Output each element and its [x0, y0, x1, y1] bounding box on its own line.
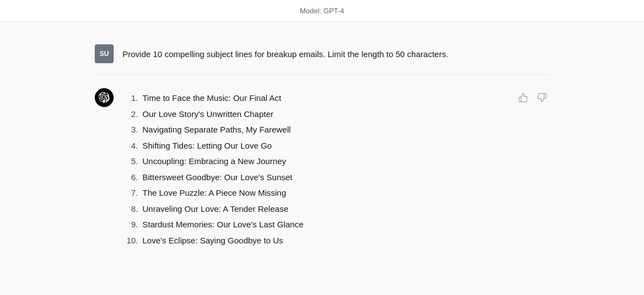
list-text: Uncoupling: Embracing a New Journey [142, 154, 286, 170]
list-number: 3. [122, 122, 138, 138]
list-item: 9.Stardust Memories: Our Love's Last Gla… [122, 217, 549, 233]
list-item: 4.Shifting Tides: Letting Our Love Go [122, 138, 549, 154]
list-item: 8.Unraveling Our Love: A Tender Release [122, 201, 549, 217]
list-item: 5.Uncoupling: Embracing a New Journey [122, 154, 549, 170]
user-message: SU Provide 10 compelling subject lines f… [95, 33, 549, 75]
list-number: 8. [122, 201, 138, 217]
list-text: Stardust Memories: Our Love's Last Glanc… [142, 217, 304, 233]
list-text: Shifting Tides: Letting Our Love Go [142, 138, 272, 154]
list-text: Time to Face the Music: Our Final Act [142, 90, 281, 106]
user-text: Provide 10 compelling subject lines for … [122, 44, 448, 61]
list-item: 3.Navigating Separate Paths, My Farewell [122, 122, 549, 138]
list-text: Unraveling Our Love: A Tender Release [142, 201, 288, 217]
list-number: 4. [122, 138, 138, 154]
list-number: 1. [122, 90, 138, 106]
user-avatar: SU [95, 44, 114, 63]
ai-message: 1.Time to Face the Music: Our Final Act2… [95, 75, 549, 262]
ai-avatar [95, 88, 114, 107]
list-item: 2.Our Love Story's Unwritten Chapter [122, 106, 549, 123]
list-number: 7. [122, 185, 138, 201]
chatgpt-logo-icon [99, 92, 110, 103]
ai-content: 1.Time to Face the Music: Our Final Act2… [122, 88, 549, 248]
list-number: 10. [122, 233, 138, 249]
list-text: Navigating Separate Paths, My Farewell [142, 122, 291, 138]
list-number: 5. [122, 154, 138, 170]
thumbdown-button[interactable] [535, 90, 549, 105]
list-item: 10.Love's Eclipse: Saying Goodbye to Us [122, 233, 549, 249]
list-number: 6. [122, 170, 138, 186]
subject-lines-list: 1.Time to Face the Music: Our Final Act2… [122, 90, 549, 248]
list-text: Our Love Story's Unwritten Chapter [142, 106, 273, 123]
list-item: 7.The Love Puzzle: A Piece Now Missing [122, 185, 549, 201]
thumbup-button[interactable] [516, 90, 530, 105]
feedback-buttons [516, 90, 549, 105]
list-text: Love's Eclipse: Saying Goodbye to Us [142, 233, 283, 249]
thumbup-icon [518, 93, 528, 103]
list-item: 1.Time to Face the Music: Our Final Act [122, 90, 549, 106]
top-bar: Model: GPT-4 [0, 0, 644, 22]
list-number: 2. [122, 106, 138, 123]
thumbdown-icon [537, 93, 547, 103]
chat-container: SU Provide 10 compelling subject lines f… [73, 22, 571, 273]
list-text: Bittersweet Goodbye: Our Love's Sunset [142, 170, 293, 186]
list-item: 6.Bittersweet Goodbye: Our Love's Sunset [122, 170, 549, 186]
list-number: 9. [122, 217, 138, 233]
model-label: Model: GPT-4 [300, 7, 344, 15]
list-text: The Love Puzzle: A Piece Now Missing [142, 185, 286, 201]
